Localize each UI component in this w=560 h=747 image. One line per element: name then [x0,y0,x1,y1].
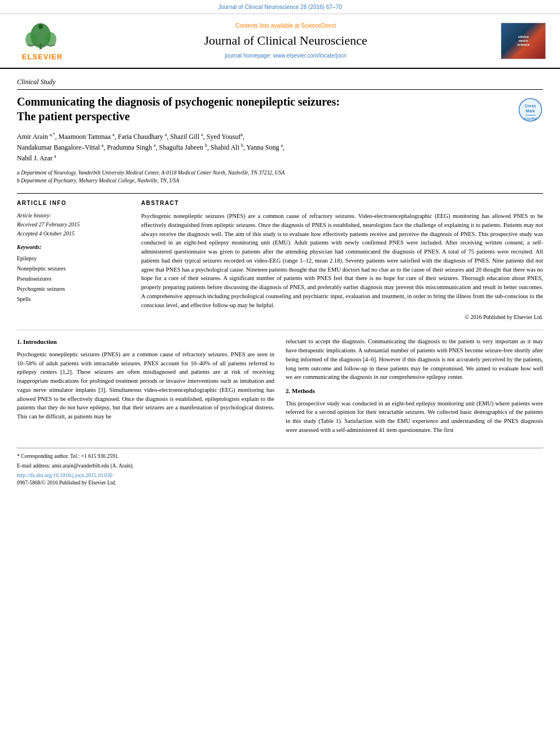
methods-heading: 2. Methods [286,386,543,396]
affiliation-a: a Department of Neurology, Vanderbilt Un… [17,169,543,177]
elsevier-logo: ELSEVIER [22,20,63,62]
keywords-list: Epilepsy Nonepileptic seizures Pseudosei… [17,254,130,304]
intro-heading: 1. Introduction [17,337,274,347]
journal-title-area: Contents lists available at ScienceDirec… [73,22,498,60]
article-content: Clinical Study Communicating the diagnos… [0,69,560,496]
svg-text:Cross: Cross [525,104,536,108]
svg-text:Mark: Mark [526,109,535,113]
svg-text:CrossRef: CrossRef [524,117,537,120]
article-title-text: Communicating the diagnosis of psychogen… [17,94,518,124]
keyword-1: Epilepsy [17,254,130,264]
science-direct-link: Contents lists available at ScienceDirec… [73,22,498,30]
history-label: Article history: [17,212,130,220]
keyword-5: Spells [17,294,130,304]
info-abstract-columns: ARTICLE INFO Article history: Received 2… [17,193,543,321]
affiliations-block: a Department of Neurology, Vanderbilt Un… [17,169,543,185]
keyword-2: Nonepileptic seizures [17,264,130,274]
article-title-block: Communicating the diagnosis of psychogen… [17,94,543,126]
crossmark-icon: Cross Mark CrossRef [518,97,543,123]
footer-doi: http://dx.doi.org/10.1016/j.jocn.2015.10… [17,472,543,479]
crossmark-logo: Cross Mark CrossRef [518,94,543,126]
keywords-label: Keywords: [17,243,130,251]
sciencedirect-brand: ScienceDirect [301,23,336,29]
elsevier-tree-icon [23,20,62,51]
accepted-date: Accepted 4 October 2015 [17,230,130,238]
thumbnail-text: clinicaneuroscience [516,34,531,49]
journal-cover-thumbnail: clinicaneuroscience [498,23,549,59]
abstract-column: ABSTRACT Psychogenic nonepileptic seizur… [141,199,543,321]
footer-issn: 0967-5868/© 2016 Published by Elsevier L… [17,479,543,487]
footer-corresponding-author: * Corresponding author. Tel.: +1 615 936… [17,453,543,460]
journal-header: ELSEVIER Contents lists available at Sci… [0,14,560,69]
article-type-label: Clinical Study [17,77,543,90]
intro-paragraph-cont: reluctant to accept the diagnosis. Commu… [286,337,543,382]
elsevier-logo-area: ELSEVIER [11,20,73,62]
article-footer: * Corresponding author. Tel.: +1 615 936… [17,448,543,487]
intro-paragraph: Psychogenic nonepileptic seizures (PNES)… [17,350,274,421]
elsevier-wordmark: ELSEVIER [22,52,63,62]
authors-line: Amir Arain a,*, Maamoon Tammaa a, Faria … [17,132,543,164]
abstract-text: Psychogenic nonepileptic seizures (PNES)… [141,212,543,321]
svg-point-4 [38,24,43,29]
journal-reference-text: Journal of Clinical Neuroscience 28 (201… [218,4,342,10]
journal-title: Journal of Clinical Neuroscience [73,32,498,50]
section-divider [17,330,543,330]
keyword-4: Psychogenic seizures [17,284,130,294]
abstract-label: ABSTRACT [141,199,543,207]
journal-homepage-url: journal homepage: www.elsevier.com/locat… [73,52,498,60]
methods-paragraph: This prospective study was conducted in … [286,399,543,435]
keyword-3: Pseudoseizures [17,274,130,284]
affiliation-b: b Department of Psychiatry, Meharry Medi… [17,177,543,185]
abstract-copyright: © 2016 Published by Elsevier Ltd. [141,313,543,321]
journal-cover-image: clinicaneuroscience [501,23,546,59]
article-history-block: Article history: Received 27 February 20… [17,212,130,238]
received-date: Received 27 February 2015 [17,221,130,229]
body-left-column: 1. Introduction Psychogenic nonepileptic… [17,337,274,439]
body-columns: 1. Introduction Psychogenic nonepileptic… [17,337,543,439]
article-info-column: ARTICLE INFO Article history: Received 2… [17,199,130,321]
svg-point-3 [45,32,56,47]
footer-email: E-mail address: amir.arain@vanderbilt.ed… [17,462,543,470]
article-info-label: ARTICLE INFO [17,199,130,207]
journal-reference-bar: Journal of Clinical Neuroscience 28 (201… [0,0,560,14]
body-right-column: reluctant to accept the diagnosis. Commu… [286,337,543,439]
svg-point-2 [25,32,37,47]
